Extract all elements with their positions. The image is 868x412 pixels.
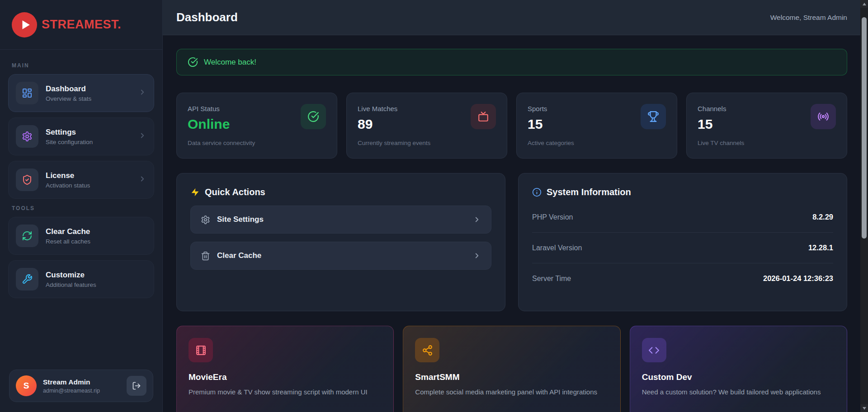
wrench-icon [16,268,38,290]
nav-item-subtitle: Activation status [46,182,131,189]
nav-item-subtitle: Overview & stats [46,95,131,102]
logout-icon [132,381,141,390]
promo-row: MovieEra Premium movie & TV show streami… [176,326,847,412]
refresh-icon [16,225,38,247]
quick-action-label: Site Settings [217,215,466,224]
dashboard-icon [16,82,38,104]
main-content: Dashboard Welcome, Stream Admin Welcome … [163,0,868,412]
quick-action-site-settings[interactable]: Site Settings [190,206,491,234]
shield-check-icon [16,169,38,191]
play-logo-icon [12,12,37,37]
quick-action-label: Clear Cache [217,251,466,260]
stat-subtitle: Live TV channels [698,140,836,146]
logo-text: STREAMEST. [42,18,121,32]
scrollbar-down-button[interactable] [860,404,868,412]
promo-description: Premium movie & TV show streaming script… [189,387,382,397]
app-root: STREAMEST. MAIN Dashboard Overview & sta… [0,0,868,412]
sidebar-item-clear-cache[interactable]: Clear Cache Reset all caches [8,217,154,255]
nav-item-subtitle: Site configuration [46,139,131,145]
sidebar-item-customize[interactable]: Customize Additional features [8,260,154,298]
share-icon [415,338,439,362]
sidebar-item-settings[interactable]: Settings Site configuration [8,117,154,155]
system-info-row-laravel: Laravel Version 12.28.1 [532,233,833,263]
promo-card-movieera[interactable]: MovieEra Premium movie & TV show streami… [176,326,394,412]
chevron-right-icon [473,215,481,224]
nav-item-subtitle: Additional features [46,281,146,288]
promo-title: Custom Dev [642,372,835,382]
scroll-down-arrow-icon [863,407,866,410]
stat-subtitle: Currently streaming events [358,140,496,146]
stat-subtitle: Data service connectivity [188,140,326,146]
nav-section-label-tools: TOOLS [12,205,151,211]
stat-card-api-status: API Status Online Data service connectiv… [176,93,337,159]
system-info-panel: System Information PHP Version 8.2.29 La… [518,173,847,311]
content-area: Welcome back! API Status Online Data ser… [163,35,868,412]
app-logo[interactable]: STREAMEST. [0,0,162,50]
user-email: admin@streameast.rip [43,388,120,394]
logout-button[interactable] [127,376,146,396]
sidebar-nav: MAIN Dashboard Overview & stats [0,50,162,362]
sidebar-item-license[interactable]: License Activation status [8,161,154,199]
stat-card-live-matches: Live Matches 89 Currently streaming even… [346,93,507,159]
trash-icon [201,251,210,261]
film-icon [189,338,213,362]
chevron-right-icon [138,175,146,185]
nav-item-title: License [46,171,131,180]
panel-title: System Information [547,187,631,197]
top-bar: Dashboard Welcome, Stream Admin [163,0,868,35]
gear-icon [16,125,38,148]
system-info-label: Server Time [532,275,571,283]
chevron-right-icon [138,131,146,141]
stat-card-channels: Channels 15 Live TV channels [686,93,847,159]
scrollbar-up-button[interactable] [860,0,868,8]
trophy-icon [641,104,666,129]
system-info-label: PHP Version [532,213,573,221]
nav-item-subtitle: Reset all caches [46,238,146,245]
gear-icon [201,215,210,225]
stats-row: API Status Online Data service connectiv… [176,93,847,159]
alert-message: Welcome back! [204,58,256,67]
system-info-row-php: PHP Version 8.2.29 [532,202,833,233]
promo-title: SmartSMM [415,372,608,382]
user-name: Stream Admin [43,378,120,386]
code-icon [642,338,666,362]
check-circle-icon [301,104,326,129]
quick-action-clear-cache[interactable]: Clear Cache [190,242,491,270]
system-info-label: Laravel Version [532,244,582,252]
nav-item-title: Dashboard [46,84,131,94]
stat-subtitle: Active categories [528,140,666,146]
scrollbar-thumb[interactable] [862,17,867,239]
tv-icon [471,104,496,129]
stat-card-sports: Sports 15 Active categories [516,93,677,159]
welcome-alert: Welcome back! [176,49,847,75]
welcome-text: Welcome, Stream Admin [770,14,847,22]
nav-item-title: Customize [46,271,146,280]
system-info-value: 12.28.1 [808,243,833,252]
user-card: S Stream Admin admin@streameast.rip [9,370,153,402]
broadcast-icon [811,104,836,129]
system-info-value: 8.2.29 [812,213,833,221]
chevron-right-icon [473,252,481,260]
page-title: Dashboard [176,10,238,24]
nav-section-label-main: MAIN [12,62,151,69]
nav-item-title: Settings [46,128,131,137]
chevron-right-icon [138,88,146,98]
system-info-value: 2026-01-24 12:36:23 [763,274,833,283]
check-circle-icon [188,57,198,67]
scrollbar [860,0,868,412]
lightning-icon [190,187,200,197]
middle-row: Quick Actions Site Settings [176,173,847,311]
info-icon [532,187,542,197]
promo-card-custom-dev[interactable]: Custom Dev Need a custom solution? We bu… [630,326,847,412]
avatar: S [16,375,37,396]
scroll-up-arrow-icon [863,3,866,5]
sidebar: STREAMEST. MAIN Dashboard Overview & sta… [0,0,163,412]
promo-description: Need a custom solution? We build tailore… [642,387,835,397]
system-info-row-server-time: Server Time 2026-01-24 12:36:23 [532,263,833,294]
panel-title: Quick Actions [205,187,265,197]
nav-item-title: Clear Cache [46,227,146,236]
quick-actions-panel: Quick Actions Site Settings [176,173,505,311]
sidebar-item-dashboard[interactable]: Dashboard Overview & stats [8,74,154,112]
promo-card-smartsmm[interactable]: SmartSMM Complete social media marketing… [403,326,620,412]
promo-description: Complete social media marketing panel wi… [415,387,608,397]
